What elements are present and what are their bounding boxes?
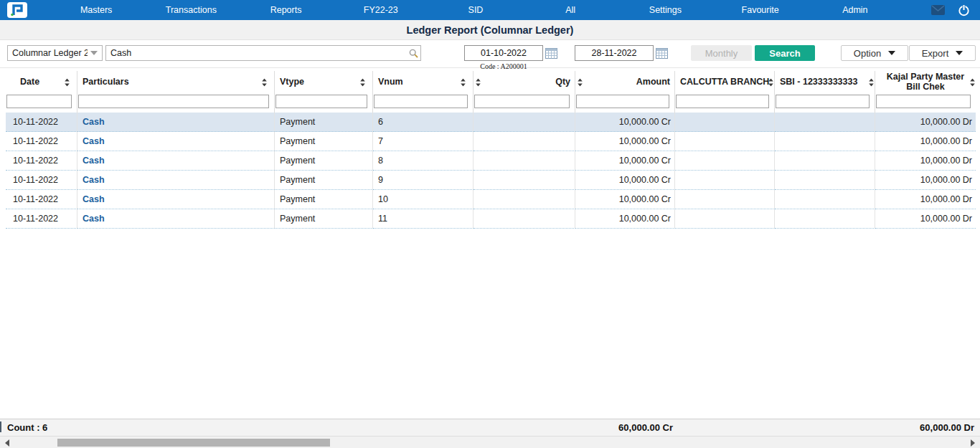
column-header-calcutta-branch[interactable]: CALCUTTA BRANCH — [675, 71, 775, 94]
horizontal-scrollbar[interactable] — [0, 436, 980, 448]
column-header-sbi-account[interactable]: SBI - 12333333333 — [775, 71, 875, 94]
table-row[interactable]: 10-11-2022CashPayment1110,000.00 Cr10,00… — [6, 209, 980, 229]
nav-item-fy22-23[interactable]: FY22-23 — [334, 5, 428, 15]
scrollbar-thumb[interactable] — [57, 439, 330, 447]
sort-icon[interactable] — [768, 79, 773, 87]
filter-input-vtype[interactable] — [275, 95, 367, 108]
sort-icon[interactable] — [461, 79, 466, 87]
filter-input-kajal-party-master[interactable] — [876, 95, 971, 108]
cell-vnum: 11 — [373, 209, 473, 229]
row-count: Count : 6 — [7, 422, 47, 433]
topbar-icons — [931, 4, 970, 16]
cell-qty — [473, 190, 575, 209]
nav-item-settings[interactable]: Settings — [618, 5, 712, 15]
monthly-button[interactable]: Monthly — [691, 45, 752, 61]
date-from-input[interactable] — [464, 45, 543, 61]
sort-icon[interactable] — [360, 79, 365, 87]
filter-cell-vtype — [275, 94, 373, 113]
filter-input-date[interactable] — [6, 95, 72, 108]
column-label-kajal-party-master: Kajal Party MasterBill Chek — [887, 72, 964, 92]
sort-icon[interactable] — [970, 79, 975, 87]
cell-kajal-party-master: 10,000.00 Dr — [875, 151, 976, 171]
cell-particulars: Cash — [77, 209, 275, 229]
sort-icon[interactable] — [869, 79, 874, 87]
nav-item-masters[interactable]: Masters — [49, 5, 143, 15]
filter-input-particulars[interactable] — [78, 95, 269, 108]
totals-footer: Count : 6 60,000.00 Cr 60,000.00 Dr — [0, 419, 980, 436]
sort-icon[interactable] — [476, 79, 481, 87]
search-button[interactable]: Search — [755, 45, 815, 61]
table-filter-row — [6, 94, 980, 113]
date-to-input[interactable] — [575, 45, 654, 61]
filter-cell-sbi-account — [775, 94, 875, 113]
footer-left-tick — [0, 421, 1, 432]
calendar-icon[interactable] — [545, 48, 557, 59]
particulars-link[interactable]: Cash — [83, 156, 105, 166]
cell-calcutta-branch — [675, 113, 775, 132]
power-icon[interactable] — [958, 4, 970, 16]
cell-vtype: Payment — [275, 132, 373, 151]
search-icon[interactable] — [409, 48, 418, 61]
filter-input-amount[interactable] — [576, 95, 669, 108]
nav-item-sid[interactable]: SID — [428, 5, 523, 15]
table-row[interactable]: 10-11-2022CashPayment710,000.00 Cr10,000… — [6, 132, 980, 151]
option-button[interactable]: Option — [841, 45, 908, 61]
nav-item-transactions[interactable]: Transactions — [143, 5, 238, 15]
filter-cell-kajal-party-master — [875, 94, 976, 113]
column-header-vtype[interactable]: Vtype — [275, 71, 373, 94]
particulars-link[interactable]: Cash — [83, 194, 105, 204]
filter-input-qty[interactable] — [474, 95, 570, 108]
nav-item-all[interactable]: All — [523, 5, 618, 15]
scroll-right-icon[interactable] — [971, 439, 975, 447]
ledger-search-input[interactable] — [105, 45, 421, 61]
cell-vtype: Payment — [275, 171, 373, 190]
cell-vnum: 6 — [373, 113, 473, 132]
column-header-particulars[interactable]: Particulars — [77, 71, 275, 94]
table-row[interactable]: 10-11-2022CashPayment1010,000.00 Cr10,00… — [6, 190, 980, 209]
filter-input-sbi-account[interactable] — [776, 95, 870, 108]
filter-input-calcutta-branch[interactable] — [676, 95, 769, 108]
table-row[interactable]: 10-11-2022CashPayment910,000.00 Cr10,000… — [6, 171, 980, 190]
cell-vtype: Payment — [275, 209, 373, 229]
app-logo[interactable] — [7, 2, 27, 18]
column-header-kajal-party-master[interactable]: Kajal Party MasterBill Chek — [875, 71, 976, 94]
table-row[interactable]: 10-11-2022CashPayment610,000.00 Cr10,000… — [6, 113, 980, 132]
cell-date: 10-11-2022 — [6, 190, 77, 209]
ledger-code-label: Code : A200001 — [464, 62, 543, 70]
chevron-down-icon — [888, 51, 895, 55]
calendar-icon[interactable] — [656, 48, 668, 59]
column-header-amount[interactable]: Amount — [575, 71, 675, 94]
ledger-type-select[interactable]: Columnar Ledger 2 — [7, 45, 103, 61]
filter-cell-calcutta-branch — [675, 94, 775, 113]
particulars-link[interactable]: Cash — [83, 175, 105, 185]
page-title: Ledger Report (Columnar Ledger) — [407, 24, 574, 36]
cell-qty — [473, 209, 575, 229]
nav-item-favourite[interactable]: Favourite — [713, 5, 808, 15]
cell-calcutta-branch — [675, 190, 775, 209]
column-label-sbi-account: SBI - 12333333333 — [780, 77, 857, 87]
particulars-link[interactable]: Cash — [83, 214, 105, 224]
chevron-down-icon — [90, 51, 98, 55]
mail-icon[interactable] — [931, 5, 945, 15]
table-row[interactable]: 10-11-2022CashPayment810,000.00 Cr10,000… — [6, 151, 980, 171]
column-header-qty[interactable]: Qty — [473, 71, 575, 94]
cell-date: 10-11-2022 — [6, 113, 77, 132]
scroll-left-icon[interactable] — [5, 439, 9, 447]
table-body: 10-11-2022CashPayment610,000.00 Cr10,000… — [0, 113, 980, 229]
column-header-date[interactable]: Date — [6, 71, 77, 94]
export-button[interactable]: Export — [909, 45, 976, 61]
cell-amount: 10,000.00 Cr — [575, 171, 675, 190]
filter-input-vnum[interactable] — [374, 95, 468, 108]
sort-icon[interactable] — [262, 79, 267, 87]
column-header-vnum[interactable]: Vnum — [373, 71, 473, 94]
nav-item-reports[interactable]: Reports — [238, 5, 333, 15]
cell-vtype: Payment — [275, 151, 373, 171]
cell-amount: 10,000.00 Cr — [575, 113, 675, 132]
sort-icon[interactable] — [578, 79, 583, 87]
particulars-link[interactable]: Cash — [83, 136, 105, 146]
cell-date: 10-11-2022 — [6, 171, 77, 190]
particulars-link[interactable]: Cash — [83, 117, 105, 127]
sort-icon[interactable] — [65, 79, 70, 87]
nav-item-admin[interactable]: Admin — [808, 5, 903, 15]
cell-date: 10-11-2022 — [6, 151, 77, 171]
